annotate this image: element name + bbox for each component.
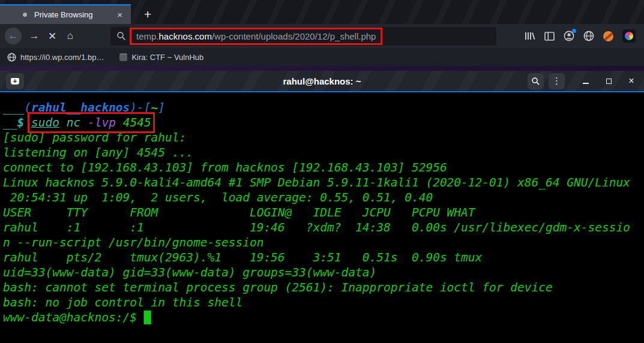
terminal-text-segment: sudo xyxy=(31,116,59,130)
terminal-text-segment: n --run-script /usr/bin/gnome-session xyxy=(3,236,263,249)
terminal-text-segment: __ xyxy=(67,101,80,115)
terminal-line: bash: no job control in this shell xyxy=(3,295,644,310)
url-path: /wp-content/uploads/2020/12/p_shell.php xyxy=(212,31,376,41)
screen: Private Browsing × + ← → ✕ ⌂ temp.hackno… xyxy=(0,0,644,343)
terminal-line: uid=33(www-data) gid=33(www-data) groups… xyxy=(3,265,644,280)
account-icon[interactable] xyxy=(564,31,574,41)
bookmark-item[interactable]: Kira: CTF ~ VulnHub xyxy=(119,53,203,62)
library-icon[interactable] xyxy=(525,31,535,41)
back-button[interactable]: ← xyxy=(5,28,22,44)
terminal-line: __$ sudo nc -lvp 4545 xyxy=(3,115,644,130)
tab-private-browsing[interactable]: Private Browsing × xyxy=(0,4,131,24)
globe-icon xyxy=(7,53,16,62)
terminal-text-segment: rahul :1 :1 19:46 ?xdm? 14:38 0.00s /usr… xyxy=(3,221,630,234)
terminal-text-segment: $ xyxy=(17,116,24,130)
terminal-text-segment: ___ xyxy=(3,101,24,115)
url-prefix: temp. xyxy=(136,31,159,41)
terminal-line: [sudo] password for rahul: xyxy=(3,130,644,145)
terminal-text-segment: www-data@hacknos:/$ xyxy=(3,311,144,324)
terminal-text-segment: hacknos xyxy=(80,101,130,115)
terminal-text-segment: ] xyxy=(158,101,165,115)
terminal-plus-icon: + xyxy=(11,78,19,85)
terminal-text-segment: Linux hacknos 5.9.0-kali4-amd64 #1 SMP D… xyxy=(3,176,630,189)
forward-button[interactable]: → xyxy=(25,27,43,45)
terminal-line: listening on [any] 4545 ... xyxy=(3,145,644,160)
url-bar[interactable]: temp.hacknos.com/wp-content/uploads/2020… xyxy=(110,27,496,46)
terminal-body[interactable]: ___(rahul__hacknos)-[~]__$ sudo nc -lvp … xyxy=(0,92,644,343)
terminal-text-segment: ~ xyxy=(151,101,158,115)
terminal-text-segment: 20:54:31 up 1:09, 2 users, load average:… xyxy=(3,191,433,204)
home-button[interactable]: ⌂ xyxy=(61,27,79,45)
terminal-line: rahul pts/2 tmux(2963).%1 19:56 3:51 0.5… xyxy=(3,250,644,265)
minimize-icon[interactable] xyxy=(582,77,590,85)
private-browsing-icon xyxy=(23,13,27,17)
tab-bar: Private Browsing × + xyxy=(0,0,644,24)
globe-icon[interactable] xyxy=(583,31,594,41)
stop-button[interactable]: ✕ xyxy=(43,27,61,45)
terminal-text-segment: uid=33(www-data) gid=33(www-data) groups… xyxy=(3,266,376,279)
bookmark-label: https://i0.wp.com/1.bp… xyxy=(20,53,104,62)
terminal-text-segment: [sudo] password for rahul: xyxy=(3,131,186,145)
terminal-text-segment: -lvp xyxy=(88,116,116,130)
terminal-text-segment: 4545 xyxy=(123,116,151,130)
terminal-line: rahul :1 :1 19:46 ?xdm? 14:38 0.00s /usr… xyxy=(3,220,644,235)
terminal-text-segment: USER TTY FROM LOGIN@ IDLE JCPU PCPU WHAT xyxy=(3,206,475,219)
terminal-text-segment xyxy=(24,116,31,130)
terminal-text-segment: rahul pts/2 tmux(2963).%1 19:56 3:51 0.5… xyxy=(3,251,482,264)
url-domain: hacknos.com xyxy=(159,31,212,41)
terminal-new-tab-button[interactable]: + xyxy=(6,73,24,89)
terminal-text-segment xyxy=(59,116,67,130)
terminal-line: USER TTY FROM LOGIN@ IDLE JCPU PCPU WHAT xyxy=(3,205,644,220)
terminal-line: 20:54:31 up 1:09, 2 users, load average:… xyxy=(3,190,644,205)
close-icon[interactable]: × xyxy=(627,77,636,85)
notification-dot xyxy=(572,29,576,33)
command-highlight-box: sudo nc -lvp 4545 xyxy=(31,116,151,130)
terminal-text-segment xyxy=(116,116,123,130)
terminal-menu-button[interactable]: ⋮ xyxy=(549,73,565,89)
terminal-line: Linux hacknos 5.9.0-kali4-amd64 #1 SMP D… xyxy=(3,175,644,190)
terminal-line: bash: cannot set terminal process group … xyxy=(3,280,644,295)
terminal-line: n --run-script /usr/bin/gnome-session xyxy=(3,235,644,250)
terminal-text-segment: connect to [192.168.43.103] from hacknos… xyxy=(3,161,447,174)
sidebar-icon[interactable] xyxy=(544,32,555,41)
terminal-text-segment: bash: cannot set terminal process group … xyxy=(3,281,553,294)
terminal-text-segment: rahul xyxy=(31,101,67,115)
terminal-text-segment xyxy=(80,116,88,130)
toolbar-icon-group xyxy=(525,29,639,43)
terminal-titlebar[interactable]: + rahul@hacknos: ~ ⋮ × xyxy=(0,71,644,92)
tab-title: Private Browsing xyxy=(34,10,115,19)
bookmark-favicon xyxy=(119,53,127,61)
terminal-text-segment: )-[ xyxy=(130,101,151,115)
terminal-search-button[interactable] xyxy=(528,73,544,89)
adblock-icon[interactable] xyxy=(603,31,613,41)
terminal-line: www-data@hacknos:/$ █ xyxy=(3,310,644,325)
bookmarks-bar: https://i0.wp.com/1.bp… Kira: CTF ~ Vuln… xyxy=(0,48,644,66)
new-tab-button[interactable]: + xyxy=(139,7,156,22)
terminal-text-segment: __ xyxy=(3,116,17,130)
terminal-line: ___(rahul__hacknos)-[~] xyxy=(3,100,644,115)
url-highlight-box: temp.hacknos.com/wp-content/uploads/2020… xyxy=(130,28,382,45)
extension-pinwheel-icon[interactable] xyxy=(622,29,636,43)
bookmark-label: Kira: CTF ~ VulnHub xyxy=(131,53,203,62)
tab-close-icon[interactable]: × xyxy=(115,10,125,20)
terminal-titlebar-actions: ⋮ × xyxy=(528,73,638,89)
terminal-text-segment: bash: no job control in this shell xyxy=(3,296,242,309)
desktop-wallpaper-strip xyxy=(0,66,644,71)
bookmark-item[interactable]: https://i0.wp.com/1.bp… xyxy=(7,53,104,62)
search-icon xyxy=(116,31,126,41)
window-controls: × xyxy=(582,77,638,85)
terminal-text-segment: listening on [any] 4545 ... xyxy=(3,146,193,160)
terminal-text-segment: nc xyxy=(67,116,80,130)
terminal-text-segment: ( xyxy=(24,101,31,115)
terminal-line: connect to [192.168.43.103] from hacknos… xyxy=(3,160,644,175)
terminal-cursor: █ xyxy=(144,311,151,324)
terminal-window: + rahul@hacknos: ~ ⋮ × ___(rahul__hackno… xyxy=(0,71,644,343)
firefox-window: Private Browsing × + ← → ✕ ⌂ temp.hackno… xyxy=(0,0,644,66)
navigation-toolbar: ← → ✕ ⌂ temp.hacknos.com/wp-content/uplo… xyxy=(0,24,644,48)
maximize-icon[interactable] xyxy=(604,77,613,85)
